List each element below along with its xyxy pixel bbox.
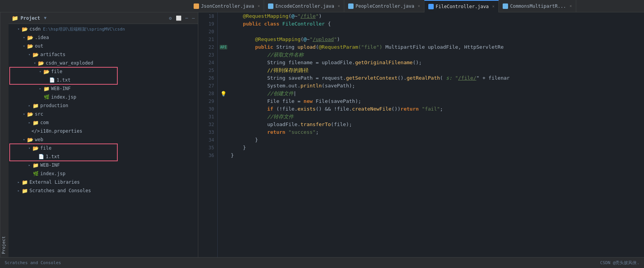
code-line[interactable]: if (!file.exists() && !file.createNewFil…: [231, 105, 639, 113]
code-line[interactable]: String savePath = request.getServletCont…: [231, 74, 639, 82]
bottom-bar: Scratches and Consoles CSDN @秃头披风侠.: [0, 257, 644, 268]
tab-close-btn[interactable]: ×: [258, 4, 260, 8]
gutter-indicator: [218, 51, 229, 59]
tree-item[interactable]: ▸📁production: [9, 101, 198, 110]
tab-commonsmultipartr...[interactable]: CommonsMultipartR...×: [499, 0, 576, 12]
tree-item[interactable]: 🌿index.jsp: [9, 93, 198, 101]
tree-item-label: web: [35, 137, 43, 142]
gutter-indicator: [218, 36, 229, 43]
sidebar-header: 📁 Project ▼ ⚙ ⬜ ⋯ —: [9, 12, 198, 24]
tree-item[interactable]: ▾📂csdnE:\hsp培训\后端框架\springMVC\csdn: [9, 25, 198, 33]
code-line[interactable]: [231, 28, 639, 36]
tree-item[interactable]: </>i18n.properties: [9, 127, 198, 135]
tree-item[interactable]: ▾📂web: [9, 135, 198, 144]
code-token: uploadFile: [267, 121, 297, 127]
tree-arrow[interactable]: ▾: [21, 34, 27, 41]
code-token: HttpServletRe: [464, 44, 504, 50]
tree-item[interactable]: ▾📂file: [9, 144, 198, 152]
more-icon[interactable]: ⋯: [185, 15, 188, 21]
tree-arrow[interactable]: ▾: [15, 26, 22, 32]
tree-item[interactable]: ▸📁com: [9, 118, 198, 127]
tree-item[interactable]: ▸📁External Libraries: [9, 178, 198, 186]
line-numbers: 18192021222324252627282930313233343536: [198, 12, 218, 257]
sidebar: 📁 Project ▼ ⚙ ⬜ ⋯ — ▾📂csdnE:\hsp培训\后端框架\…: [9, 12, 198, 257]
tree-arrow[interactable]: ▾: [26, 145, 33, 151]
code-line[interactable]: public class FileController {: [231, 20, 639, 28]
code-token: String: [267, 60, 289, 65]
tab-close-btn[interactable]: ×: [570, 4, 572, 8]
minimize-icon[interactable]: —: [192, 15, 195, 21]
tree-arrow[interactable]: ▸: [15, 179, 22, 185]
code-token: filename: [289, 60, 316, 65]
tree-item[interactable]: ▸📁WEB-INF: [9, 84, 198, 93]
code-line[interactable]: uploadFile.transferTo(file);: [231, 121, 639, 128]
code-line[interactable]: public String upload(@RequestParam("file…: [231, 43, 639, 51]
tab-filecontroller.java[interactable]: FileController.java×: [424, 0, 499, 12]
tree-arrow[interactable]: ▾: [21, 111, 27, 117]
code-line[interactable]: //转存文件: [231, 113, 639, 121]
code-token: "fail": [422, 106, 440, 112]
tab-close-btn[interactable]: ×: [338, 4, 340, 8]
tree-item-icon: 📂: [43, 68, 50, 75]
code-line[interactable]: String filename = uploadFile.getOriginal…: [231, 59, 639, 67]
tree-item[interactable]: 📄1.txt: [9, 152, 198, 161]
scratches-consoles[interactable]: Scratches and Consoles: [5, 260, 61, 265]
tree-item[interactable]: ▾📂src: [9, 110, 198, 118]
code-line[interactable]: //获取文件名称: [231, 51, 639, 59]
tree-arrow[interactable]: ▾: [21, 43, 27, 49]
expand-icon[interactable]: ⬜: [176, 15, 182, 21]
tab-peoplecontroller.java[interactable]: PeopleController.java×: [344, 0, 424, 12]
tree-item[interactable]: ▾📂artifacts: [9, 50, 198, 59]
code-token: getServletContext: [346, 75, 397, 81]
code-token: savePath: [289, 75, 316, 81]
dropdown-arrow[interactable]: ▼: [44, 15, 47, 20]
code-line[interactable]: @RequestMapping(@~"/upload"): [231, 36, 639, 43]
tree-item[interactable]: ▾📂out: [9, 42, 198, 50]
tree-item[interactable]: ▸📁Scratches and Consoles: [9, 186, 198, 195]
tree-arrow[interactable]: ▸: [26, 162, 33, 168]
code-token: /file: [301, 13, 316, 19]
scrollbar[interactable]: [639, 12, 644, 257]
tree-arrow[interactable]: ▸: [26, 119, 33, 126]
tab-encodecontroller.java[interactable]: EncodeController.java×: [264, 0, 344, 12]
tree-arrow[interactable]: ▸: [15, 188, 22, 194]
code-token: file: [337, 106, 349, 112]
code-token: File: [316, 98, 328, 104]
tree-item-label: 1.txt: [46, 154, 60, 159]
code-line[interactable]: //得到保存的路径: [231, 67, 639, 74]
tree-item[interactable]: ▸📁WEB-INF: [9, 161, 198, 169]
tree-item-icon: 📂: [33, 145, 39, 151]
gear-icon[interactable]: ⚙: [169, 15, 172, 21]
code-token: file: [282, 106, 294, 112]
tree-arrow[interactable]: ▾: [21, 137, 27, 143]
tree-arrow[interactable]: ▾: [32, 60, 38, 66]
code-line[interactable]: }: [231, 136, 639, 144]
tab-jsoncontroller.java[interactable]: JsonController.java×: [190, 0, 264, 12]
tree-arrow[interactable]: ▾: [26, 51, 33, 58]
tab-close-btn[interactable]: ×: [492, 4, 495, 9]
code-line[interactable]: @RequestMapping(@~"/file"): [231, 12, 639, 20]
tree-item-icon: 📂: [27, 43, 33, 49]
code-line[interactable]: File file = new File(savePath);: [231, 97, 639, 105]
tree-item[interactable]: 📄1.txt: [9, 76, 198, 84]
code-lines[interactable]: @RequestMapping(@~"/file") public class …: [229, 12, 639, 257]
gutter-indicator: [218, 67, 229, 74]
code-line[interactable]: return "success";: [231, 128, 639, 136]
project-vertical-label[interactable]: Project: [0, 12, 9, 257]
code-token: return: [400, 106, 422, 112]
code-line[interactable]: }: [231, 144, 639, 152]
code-line[interactable]: //创建文件|: [231, 90, 639, 97]
tree-arrow[interactable]: ▸: [37, 85, 43, 92]
code-line[interactable]: }: [231, 152, 639, 159]
tree-item[interactable]: ▾📂file: [9, 67, 198, 76]
tree-arrow[interactable]: ▸: [26, 102, 33, 109]
tree-arrow[interactable]: ▾: [37, 68, 43, 75]
tree-item[interactable]: ▾📂csdn_war_exploded: [9, 59, 198, 67]
tab-close-btn[interactable]: ×: [418, 4, 420, 8]
watermark: CSDN @秃头披风侠.: [600, 260, 639, 266]
code-token: //转存文件: [267, 114, 294, 119]
code-line[interactable]: System.out.println(savePath);: [231, 82, 639, 90]
tree-item[interactable]: 🌿index.jsp: [9, 169, 198, 178]
tree-item[interactable]: ▾📂.idea: [9, 33, 198, 42]
gutter-indicator: [218, 74, 229, 82]
